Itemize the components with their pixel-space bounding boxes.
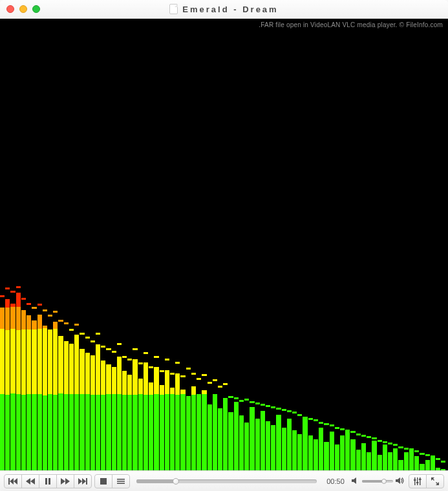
spectrum-bar: [58, 277, 63, 470]
spectrum-bar: [250, 277, 254, 470]
volume-low-icon: [352, 475, 359, 487]
volume-slider[interactable]: [362, 480, 393, 483]
spectrum-bar: [361, 277, 366, 470]
spectrum-bar: [303, 277, 307, 470]
spectrum-bar: [335, 277, 339, 470]
spectrum-bar: [239, 277, 244, 470]
volume-high-icon: [396, 475, 405, 487]
extra-group: [409, 474, 444, 488]
svg-marker-10: [82, 478, 86, 485]
seek-fill: [136, 479, 176, 483]
spectrum-bar: [388, 277, 392, 470]
spectrum-bar: [234, 277, 239, 470]
close-window-button[interactable]: [6, 5, 14, 13]
fullscreen-button[interactable]: [426, 474, 444, 488]
svg-rect-18: [414, 477, 416, 485]
seek-knob[interactable]: [173, 478, 179, 485]
svg-marker-1: [10, 478, 14, 485]
spectrum-bar: [255, 277, 260, 470]
spectrum-bar: [10, 277, 15, 470]
svg-marker-3: [26, 478, 30, 485]
time-display: 00:50: [323, 477, 348, 485]
spectrum-bar: [314, 277, 318, 470]
spectrum-bar: [32, 277, 36, 470]
spectrum-bar: [80, 277, 84, 470]
svg-rect-22: [416, 482, 419, 483]
svg-rect-5: [45, 478, 47, 485]
spectrum-bar: [170, 277, 175, 470]
spectrum-bar: [48, 277, 52, 470]
spectrum-bar: [112, 277, 116, 470]
spectrum-bar: [414, 277, 419, 470]
spectrum-bar: [43, 277, 47, 470]
spectrum-bar: [5, 277, 10, 470]
svg-rect-12: [100, 478, 107, 485]
spectrum-bar: [282, 277, 286, 470]
playlist-button[interactable]: [112, 474, 130, 488]
spectrum-bar: [127, 277, 132, 470]
spectrum-bar: [223, 277, 228, 470]
spectrum-bar: [378, 277, 382, 470]
stop-button[interactable]: [94, 474, 112, 488]
spectrum-visualizer: [0, 277, 448, 470]
spectrum-bar: [292, 277, 297, 470]
seek-slider[interactable]: [136, 479, 317, 483]
spectrum-bar: [261, 277, 265, 470]
spectrum-bar: [122, 277, 127, 470]
spectrum-bar: [330, 277, 334, 470]
spectrum-bar: [356, 277, 361, 470]
minimize-window-button[interactable]: [19, 5, 27, 13]
svg-marker-24: [431, 477, 434, 481]
spectrum-bar: [165, 277, 169, 470]
spectrum-bar: [276, 277, 281, 470]
spectrum-bar: [213, 277, 217, 470]
svg-rect-13: [117, 479, 125, 480]
svg-marker-2: [14, 478, 17, 485]
spectrum-bar: [398, 277, 403, 470]
zoom-window-button[interactable]: [32, 5, 40, 13]
spectrum-bar: [218, 277, 222, 470]
spectrum-bar: [367, 277, 371, 470]
svg-marker-17: [396, 477, 400, 484]
skip-forward-button[interactable]: [74, 474, 92, 488]
play-pause-button[interactable]: [39, 474, 57, 488]
spectrum-bar: [340, 277, 345, 470]
rewind-button[interactable]: [21, 474, 39, 488]
skip-back-button[interactable]: [4, 474, 22, 488]
spectrum-bar: [197, 277, 201, 470]
spectrum-bar: [74, 277, 79, 470]
svg-rect-23: [419, 479, 421, 480]
spectrum-bar: [186, 277, 191, 470]
equalizer-button[interactable]: [409, 474, 427, 488]
spectrum-bar: [345, 277, 350, 470]
spectrum-bar: [202, 277, 206, 470]
spectrum-bar: [37, 277, 42, 470]
svg-rect-19: [417, 477, 418, 485]
spectrum-bar: [319, 277, 323, 470]
spectrum-bar: [425, 277, 430, 470]
spectrum-bar: [64, 277, 69, 470]
spectrum-bar: [287, 277, 292, 470]
svg-marker-16: [352, 477, 356, 484]
volume-knob[interactable]: [381, 479, 387, 484]
overlay-caption: .FAR file open in VideoLAN VLC media pla…: [259, 21, 443, 28]
fast-forward-button[interactable]: [56, 474, 74, 488]
spectrum-bar: [85, 277, 90, 470]
svg-rect-11: [86, 478, 87, 485]
spectrum-bar: [228, 277, 233, 470]
spectrum-bar: [138, 277, 143, 470]
spectrum-bar: [420, 277, 424, 470]
app-window: Emerald - Dream .FAR file open in VideoL…: [0, 0, 448, 491]
svg-marker-8: [65, 478, 70, 485]
spectrum-bar: [208, 277, 212, 470]
volume-fill: [362, 480, 384, 483]
spectrum-bar: [297, 277, 302, 470]
spectrum-bar: [372, 277, 376, 470]
svg-rect-0: [8, 478, 10, 485]
spectrum-bar: [404, 277, 409, 470]
spectrum-bar: [244, 277, 249, 470]
window-title: Emerald - Dream: [182, 5, 278, 14]
spectrum-bar: [106, 277, 111, 470]
spectrum-bar: [180, 277, 185, 470]
stop-playlist-group: [94, 474, 130, 488]
